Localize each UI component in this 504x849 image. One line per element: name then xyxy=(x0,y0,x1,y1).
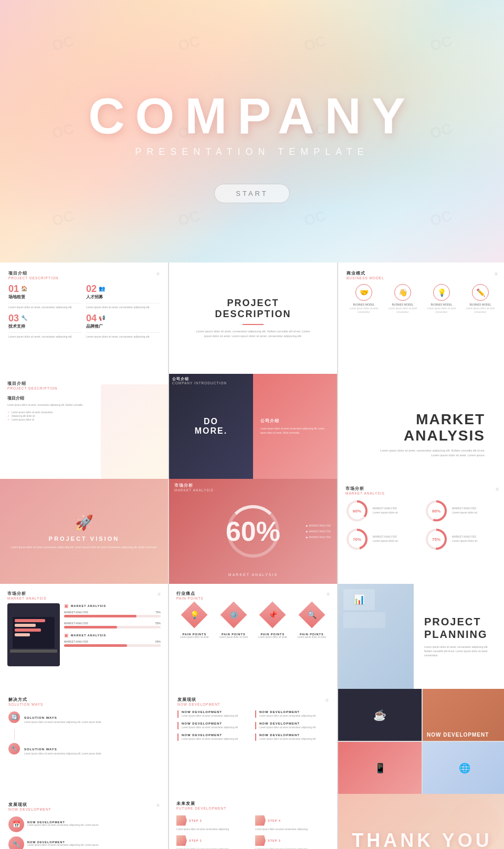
pain-icons-row: 💡 PAIN POINTS Lorem ipsum dolor sit amet… xyxy=(176,605,330,639)
dev-item: NOW DEVELOPMENT Lorem ipsum dolor sit am… xyxy=(177,710,251,718)
market-title: MARKETANALYSIS xyxy=(404,412,485,444)
pain-text: Lorem ipsum dolor sit amet xyxy=(298,636,326,639)
planning-content: PROJECTPLANNING Lorem ipsum dolor sit am… xyxy=(414,584,504,689)
menu-icon[interactable]: ≡ xyxy=(156,802,160,811)
nowdev2-title: 发展现状 xyxy=(8,802,51,808)
biz-title: 商业模式 xyxy=(346,271,384,276)
market-text: Lorem ipsum dolor sit amet, consectetur … xyxy=(380,448,485,458)
item-text: Lorem ipsum dolor sit amet, consectetur … xyxy=(8,306,82,309)
solution-item-text: Lorem ipsum dolor sit amet consectetur a… xyxy=(24,752,102,756)
now-dev-row-item: 📅 NOW DEVELOPMENT Lorem ipsum dolor sit … xyxy=(8,816,160,832)
dev-text: Lorem ipsum dolor sit amet consectetur a… xyxy=(259,738,329,741)
solution-subtitle: SOLUTION WAYS xyxy=(8,703,160,706)
proj-title2: DESCRIPTION xyxy=(215,309,291,320)
solution-item: 🔄 SOLUTION WAYS Lorem ipsum dolor sit am… xyxy=(8,711,160,724)
item-number: 02 xyxy=(86,284,97,294)
slide-solution-ways: 解决方式 SOLUTION WAYS 🔄 SOLUTION WAYS Lorem… xyxy=(0,689,168,794)
phone-icon: 📱 xyxy=(374,762,386,774)
vision-title: PROJECT VISION xyxy=(49,536,119,542)
future-subtitle: FUTURE DEVELOPMENT xyxy=(176,806,226,810)
slide-project-planning: 📊 PROJECTPLANNING Lorem ipsum dolor sit … xyxy=(338,584,504,689)
item-icon: 👥 xyxy=(99,286,105,291)
slide2-subtitle: PROJECT DESCRIPTION xyxy=(8,276,58,280)
biz-icon-label: BUSINES MODELLorem ipsum dolor sit amet … xyxy=(463,303,498,315)
future-title: 未来发展 xyxy=(176,801,226,806)
pain-item: 📌 PAIN POINTS Lorem ipsum dolor sit amet xyxy=(255,605,291,639)
gauge-value: 80% xyxy=(432,508,440,513)
steps-grid: STEP 2 Lorem ipsum dolor sit amet consec… xyxy=(176,815,330,849)
now-dev-text: Lorem ipsum dolor sit amet consectetur a… xyxy=(27,824,99,827)
gauges-subtitle: MARKET ANALYSIS xyxy=(345,491,385,495)
photo-warm: NOW DEVELOPMENT xyxy=(423,689,504,741)
menu-icon[interactable]: ≡ xyxy=(327,591,330,600)
biz-subtitle: BUSINESS MODEL xyxy=(346,276,384,280)
solution-dot: 🔧 xyxy=(8,743,20,754)
gauges-title: 市场分析 xyxy=(345,486,385,491)
wave-icon: 👋 xyxy=(394,284,411,301)
proj-title: PROJECT xyxy=(227,298,279,309)
solution-title: 解决方式 xyxy=(8,697,160,703)
market-label: MARKET ANALYSIS xyxy=(228,573,278,577)
planning-text: Lorem ipsum dolor sit amet, consectetur … xyxy=(424,645,496,657)
dev-title: NOW DEVELOPMENT xyxy=(259,733,329,737)
menu-icon[interactable]: ≡ xyxy=(326,697,329,706)
biz-icon-item: 🤝 BUSINES MODELLorem ipsum dolor sit ame… xyxy=(346,284,381,315)
item-title: 场地租赁 xyxy=(8,295,82,300)
gauge-70: 70% xyxy=(345,528,369,551)
slide-now-dev-label: 发展现状 NOW DEVELOPMENT ≡ 📅 NOW DEVELOPMENT… xyxy=(0,794,168,849)
slide-company-intro: 公司介绍 COMPANY INTRODUCTION DO MORE. 公司介绍 … xyxy=(169,374,337,479)
gauge-label: MARKET ANALYSISLorem ipsum dolor sit xyxy=(373,535,398,543)
start-button[interactable]: START xyxy=(214,184,289,203)
list-item: 02 👥 人才招募 Lorem ipsum dolor sit amet, co… xyxy=(86,284,160,309)
slide-market-60: 市场分析 MARKET ANALYSIS 60% MARKET ANALYSIS… xyxy=(169,479,337,584)
dev-title: NOW DEVELOPMENT xyxy=(259,710,329,714)
gauge-item: 80% MARKET ANALYSISLorem ipsum dolor sit xyxy=(425,499,499,522)
slide-now-development: 发展现状 NOW DEVELOPMENT ≡ NOW DEVELOPMENT L… xyxy=(169,689,337,794)
item-icon: 🏠 xyxy=(21,286,27,291)
menu-icon[interactable]: ≡ xyxy=(158,591,161,600)
do-more-text: DO xyxy=(195,417,227,426)
slide-pain-points: 行业痛点 PAIN POINTS ≡ 💡 PAIN POINTS Lorem i… xyxy=(169,584,337,689)
step-label: STEP 1 xyxy=(189,839,202,842)
bar-item: MARKET ANALYSIS55% xyxy=(64,622,161,628)
gauge-label: MARKET ANALYSISLorem ipsum dolor sit xyxy=(452,507,477,515)
slide-market-gauges: 市场分析 MARKET ANALYSIS ≡ 60% MARKET ANALYS… xyxy=(338,479,504,584)
dev-title: NOW DEVELOPMENT xyxy=(182,733,251,737)
pain-diamond: ⚙️ xyxy=(220,601,247,628)
globe-icon: 🌐 xyxy=(459,762,470,774)
dev-text: Lorem ipsum dolor sit amet consectetur a… xyxy=(259,726,329,729)
gauge-item: 70% MARKET ANALYSISLorem ipsum dolor sit xyxy=(345,528,419,551)
solution-timeline: 🔄 SOLUTION WAYS Lorem ipsum dolor sit am… xyxy=(8,711,160,756)
step-item: STEP 4 Lorem ipsum dolor sit amet consec… xyxy=(255,815,330,831)
bars-subtitle: MARKET ANALYSIS xyxy=(7,596,47,600)
list-item: 01 🏠 场地租赁 Lorem ipsum dolor sit amet, co… xyxy=(8,284,82,309)
menu-icon[interactable]: ≡ xyxy=(156,271,160,277)
slide-proj-left: 项目介绍 PROJECT DESCRIPTION 项目介绍 Lorem ipsu… xyxy=(0,374,168,479)
slide-market-analysis-title: MARKETANALYSIS Lorem ipsum dolor sit ame… xyxy=(338,374,504,479)
photo-label: NOW DEVELOPMENT xyxy=(427,732,489,738)
slide-business-model: 商业模式 BUSINESS MODEL ≡ 🤝 BUSINES MODELLor… xyxy=(338,263,504,374)
slide2-title: 项目介绍 xyxy=(8,271,58,276)
slide-photos-collage: ☕ NOW DEVELOPMENT 📱 🌐 xyxy=(338,689,504,794)
pain-diamond: 💡 xyxy=(181,601,208,628)
gauge-value: 70% xyxy=(353,537,361,541)
bars-title: 市场分析 xyxy=(7,591,47,596)
step-text: Lorem ipsum dolor sit amet consectetur a… xyxy=(255,828,330,831)
slide-future-development: 未来发展 FUTURE DEVELOPMENT STEP 2 Lorem ips… xyxy=(169,794,337,849)
cover-title: COMPANY xyxy=(88,91,416,141)
dev-item: NOW DEVELOPMENT Lorem ipsum dolor sit am… xyxy=(177,733,251,741)
handshake-icon: 🤝 xyxy=(355,284,372,301)
bulb-icon: 💡 xyxy=(190,611,199,619)
market60-subtitle: MARKET ANALYSIS xyxy=(174,488,214,492)
item-title: 技术支持 xyxy=(8,324,82,329)
solution-item-label: SOLUTION WAYS xyxy=(24,716,57,719)
cover-subtitle: PRESENTATION TEMPLATE xyxy=(135,146,369,158)
pain-diamond: 📌 xyxy=(259,601,286,628)
step-item: STEP 3 Lorem ipsum dolor sit amet consec… xyxy=(255,835,330,849)
biz-icon-label: BUSINES MODELLorem ipsum dolor sit amet … xyxy=(424,303,459,315)
menu-icon[interactable]: ≡ xyxy=(496,486,499,495)
slide-thank-you: THANK YOU BUSINESS PRESENTATION TEMPLATE xyxy=(338,794,504,849)
menu-icon[interactable]: ≡ xyxy=(495,271,498,277)
dev-item: NOW DEVELOPMENT Lorem ipsum dolor sit am… xyxy=(255,710,329,718)
list-item: 04 📢 品牌推广 Lorem ipsum dolor sit amet, co… xyxy=(86,313,160,339)
